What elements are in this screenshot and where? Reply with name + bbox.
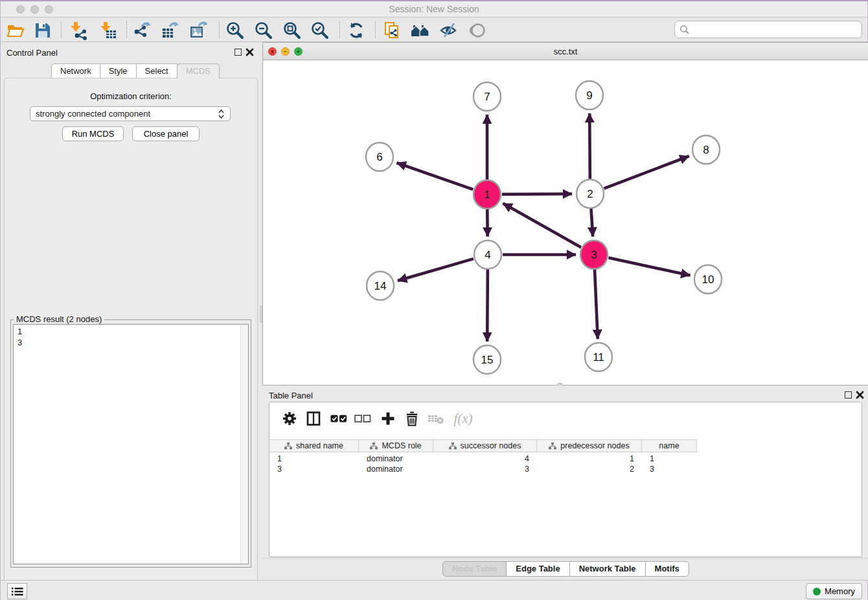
graph-node-2[interactable]: 2 <box>577 179 604 208</box>
table-cell[interactable]: 1 <box>642 454 697 464</box>
table-cell[interactable]: 2 <box>537 464 642 474</box>
toolbar-separator <box>219 21 220 38</box>
table-cell[interactable]: 1 <box>269 454 359 464</box>
mcds-result-text[interactable]: 1 3 <box>13 324 240 564</box>
edge-1-2[interactable] <box>502 194 572 194</box>
memory-label: Memory <box>825 586 855 596</box>
edge-2-3[interactable] <box>591 209 593 237</box>
table-row[interactable]: 1dominator411 <box>269 454 697 464</box>
toolbar-separator <box>126 21 127 38</box>
table-cell[interactable]: 3 <box>269 464 359 474</box>
zoom-out-icon[interactable] <box>251 19 276 41</box>
graph-node-8[interactable]: 8 <box>692 135 720 164</box>
column-header-name[interactable]: name <box>642 440 697 452</box>
duplicate-network-icon[interactable] <box>380 19 405 41</box>
search-field[interactable] <box>674 21 862 38</box>
tab-network-table[interactable]: Network Table <box>569 561 646 577</box>
graph-node-4[interactable]: 4 <box>474 240 501 269</box>
graph-node-9[interactable]: 9 <box>576 81 603 110</box>
float-table-panel-icon[interactable] <box>845 391 852 398</box>
search-input[interactable] <box>690 25 862 34</box>
control-panel-tabs: NetworkStyleSelectMCDS <box>51 63 219 78</box>
table-panel-strip <box>262 557 868 559</box>
export-network-icon[interactable] <box>130 19 154 41</box>
export-image-icon[interactable] <box>187 19 211 41</box>
tab-network[interactable]: Network <box>51 63 100 78</box>
network-canvas[interactable]: 7968124314101511 <box>263 60 868 385</box>
graph-node-15[interactable]: 15 <box>474 345 501 374</box>
table-panel: Table Panel <box>262 386 868 580</box>
select-all-checkboxes-icon[interactable] <box>329 409 348 428</box>
gear-icon[interactable] <box>280 409 299 428</box>
tab-mcds[interactable]: MCDS <box>177 63 220 78</box>
window-title: Session: New Session <box>1 4 867 14</box>
graph-node-6[interactable]: 6 <box>366 143 393 171</box>
graph-node-3[interactable]: 3 <box>580 240 608 269</box>
toolbar-separator <box>339 21 340 38</box>
run-mcds-button[interactable]: Run MCDS <box>62 126 124 141</box>
column-header-MCDS-role[interactable]: MCDS role <box>359 440 433 452</box>
tab-motifs[interactable]: Motifs <box>645 561 689 577</box>
float-panel-icon[interactable] <box>234 49 242 56</box>
memory-button[interactable]: Memory <box>806 583 862 599</box>
table-cell[interactable]: 1 <box>537 454 642 464</box>
column-header-shared-name[interactable]: shared name <box>269 440 359 452</box>
column-header-predecessor-nodes[interactable]: predecessor nodes <box>537 440 642 452</box>
add-column-icon[interactable] <box>378 409 398 428</box>
table-cell[interactable]: dominator <box>359 464 433 474</box>
deselect-all-checkboxes-icon[interactable] <box>353 409 372 428</box>
task-history-icon[interactable] <box>7 583 27 599</box>
table-cell[interactable]: 4 <box>433 454 537 464</box>
import-network-icon[interactable] <box>66 19 91 41</box>
edge-4-14[interactable] <box>398 259 474 281</box>
result-scrollbar[interactable] <box>240 324 249 564</box>
edge-4-15[interactable] <box>487 270 488 341</box>
table-cell[interactable]: dominator <box>359 454 433 464</box>
table-panel-title: Table Panel <box>269 391 313 400</box>
graph-node-7[interactable]: 7 <box>474 82 501 111</box>
hide-eye-icon[interactable] <box>437 19 461 41</box>
graph-node-10[interactable]: 10 <box>694 265 722 294</box>
toolbar-separator <box>61 21 62 38</box>
apply-layout-icon[interactable] <box>344 19 369 41</box>
save-session-icon[interactable] <box>30 19 55 41</box>
status-bar: Memory <box>1 580 867 600</box>
edge-3-1[interactable] <box>503 203 581 248</box>
import-table-icon[interactable] <box>96 19 120 41</box>
graph-node-14[interactable]: 14 <box>367 271 394 300</box>
edge-3-10[interactable] <box>608 258 690 275</box>
node-label: 10 <box>702 273 714 286</box>
graph-node-11[interactable]: 11 <box>585 343 612 371</box>
tab-style[interactable]: Style <box>100 63 137 78</box>
zoom-selected-icon[interactable] <box>308 19 332 41</box>
edge-1-6[interactable] <box>396 163 473 189</box>
column-header-successor-nodes[interactable]: successor nodes <box>433 440 537 452</box>
export-table-icon[interactable] <box>158 19 183 41</box>
main-toolbar <box>1 18 867 42</box>
close-panel-icon[interactable] <box>246 48 254 56</box>
column-selector-icon[interactable] <box>304 409 323 428</box>
eye-disabled-icon[interactable] <box>466 19 490 41</box>
edge-2-8[interactable] <box>604 156 689 189</box>
node-label: 7 <box>484 91 490 103</box>
edge-3-11[interactable] <box>595 270 598 339</box>
close-panel-button[interactable]: Close panel <box>132 126 200 141</box>
table-row[interactable]: 3dominator323 <box>269 464 697 474</box>
column-header-label: shared name <box>296 441 343 450</box>
column-header-label: name <box>659 441 679 450</box>
tab-edge-table[interactable]: Edge Table <box>506 561 569 577</box>
edge-2-9[interactable] <box>589 113 590 179</box>
show-network-home-icon[interactable] <box>408 19 433 41</box>
zoom-in-icon[interactable] <box>223 19 247 41</box>
column-header-label: MCDS role <box>382 441 421 450</box>
delete-column-icon[interactable] <box>402 409 422 428</box>
table-cell[interactable]: 3 <box>433 464 537 474</box>
close-table-panel-icon[interactable] <box>856 391 864 399</box>
table-cell[interactable]: 3 <box>642 464 697 474</box>
graph-node-1[interactable]: 1 <box>474 180 501 209</box>
tab-node-table[interactable]: Node Table <box>442 561 507 577</box>
tab-select[interactable]: Select <box>136 63 177 78</box>
zoom-fit-content-icon[interactable] <box>280 19 304 41</box>
open-session-icon[interactable] <box>3 19 28 41</box>
optimization-criterion-select[interactable]: strongly connected component <box>30 106 231 121</box>
